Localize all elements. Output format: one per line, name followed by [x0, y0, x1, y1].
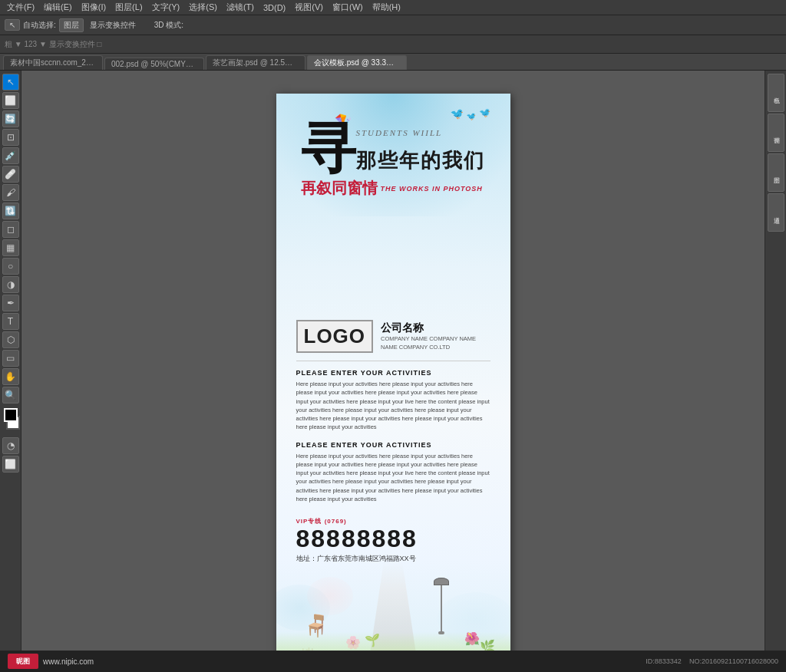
poster-content: 🐦 🐦 🐦 🪁 寻 STUDENTS WIILL 那些年的我们 再叙同窗情 — [276, 94, 510, 576]
menu-help[interactable]: 帮助(H) — [368, 2, 405, 13]
menu-layer[interactable]: 图层(L) — [111, 2, 146, 13]
bird-1: 🐦 — [451, 107, 464, 120]
company-name-cn: 公司名称 — [381, 321, 476, 335]
activity1-body: Here please input your activities here p… — [296, 380, 490, 432]
poster-header: 🐦 🐦 🐦 🪁 寻 STUDENTS WIILL 那些年的我们 再叙同窗情 — [289, 101, 498, 209]
eraser-tool[interactable]: ◻ — [2, 221, 19, 238]
text-tool[interactable]: T — [2, 313, 19, 330]
activity1-title: PLEASE ENTER YOUR ACTIVITIES — [296, 369, 490, 377]
channel-panel-btn[interactable]: 通道 — [768, 193, 784, 232]
fg-color[interactable] — [4, 408, 18, 422]
logo-section: LOGO 公司名称 COMPANY NAME COMPANY NAME NAME… — [289, 320, 498, 353]
move-tool[interactable]: ↖ — [2, 74, 19, 91]
poster-divider-1 — [296, 361, 490, 361]
menu-view[interactable]: 视图(V) — [291, 2, 327, 13]
tab-3-active[interactable]: 会议模板.psd @ 33.3%(RGB/8) * — [307, 55, 407, 70]
logo-box: LOGO — [296, 320, 374, 353]
re-xu-line: 再叙同窗情 THE WORKS IN PHOTOSH — [301, 178, 483, 199]
activity2-title: PLEASE ENTER YOUR ACTIVITIES — [296, 441, 490, 449]
quick-mask-tool[interactable]: ◔ — [2, 437, 19, 454]
phone-section: VIP专线 (0769) 88888888 地址：广东省东莞市南城区鸿福路XX号 — [289, 512, 498, 568]
right-panels: 色板 调整 图层 通道 — [765, 71, 786, 657]
lasso-tool[interactable]: 🔄 — [2, 110, 19, 127]
watercolor-blob-3 — [307, 577, 353, 615]
pen-tool[interactable]: ✒ — [2, 295, 19, 311]
tab-0[interactable]: 素材中国sccnn.com_2016...psd @ 8.33%(CMYK/8#… — [3, 55, 103, 70]
poster-document: 🪑 🪑 🌸 🌿 🌺 🌱 🐦 🐦 🐦 — [276, 94, 510, 657]
site-id: ID:8833342 NO:20160921100716028000 — [646, 657, 778, 665]
site-logo-img: 昵图 — [8, 654, 38, 669]
bird-3: 🐦 — [479, 107, 490, 120]
activity2-body: Here please input your activities here p… — [296, 452, 490, 504]
path-tool[interactable]: ⬡ — [2, 331, 19, 348]
menu-image[interactable]: 图像(I) — [78, 2, 110, 13]
show-transform-label: 显示变换控件 — [90, 20, 136, 31]
adjust-panel-btn[interactable]: 调整 — [768, 114, 784, 152]
screen-mode-tool[interactable]: ⬜ — [2, 456, 19, 473]
move-tool-btn[interactable]: ↖ — [5, 19, 20, 31]
site-name: www.nipic.com — [43, 657, 94, 666]
company-name-en2: NAME COMPANY CO.LTD — [381, 344, 476, 352]
toolbar-top: ↖ 自动选择: 图层 显示变换控件 3D 模式: — [0, 15, 786, 35]
lamp-post — [434, 578, 449, 634]
menu-3d[interactable]: 3D(D) — [259, 3, 289, 12]
brush-tool[interactable]: 🖌 — [2, 184, 19, 201]
auto-select-label: 自动选择: — [23, 20, 56, 31]
menu-window[interactable]: 窗口(W) — [329, 2, 367, 13]
select-rect-tool[interactable]: ⬜ — [2, 92, 19, 109]
site-logo: 昵图 www.nipic.com — [8, 654, 94, 669]
zoom-tool[interactable]: 🔍 — [2, 387, 19, 404]
tab-2[interactable]: 茶艺画架.psd @ 12.5%(CMYK/8) × — [206, 55, 305, 70]
bird-2: 🐦 — [467, 112, 476, 120]
site-watermark: 昵图 www.nipic.com ID:8833342 NO:201609211… — [0, 651, 786, 672]
menu-bar: 文件(F) 编辑(E) 图像(I) 图层(L) 文字(Y) 选择(S) 滤镜(T… — [0, 0, 786, 15]
mode-3d-label: 3D 模式: — [154, 20, 183, 31]
menu-edit[interactable]: 编辑(E) — [40, 2, 76, 13]
menu-file[interactable]: 文件(F) — [3, 2, 38, 13]
document-tabs: 素材中国sccnn.com_2016...psd @ 8.33%(CMYK/8#… — [0, 54, 786, 71]
menu-text[interactable]: 文字(Y) — [148, 2, 184, 13]
canvas-area: 🪑 🪑 🌸 🌿 🌺 🌱 🐦 🐦 🐦 — [21, 71, 765, 657]
phone-number: 88888888 — [296, 525, 490, 552]
poster-birds: 🐦 🐦 🐦 — [451, 107, 490, 120]
dodge-tool[interactable]: ◑ — [2, 276, 19, 293]
left-toolbox: ↖ ⬜ 🔄 ⊡ 💉 🩹 🖌 🔃 ◻ ▦ ○ ◑ ✒ T ⬡ ▭ ✋ 🔍 ◔ ⬜ — [0, 71, 21, 657]
clone-tool[interactable]: 🔃 — [2, 203, 19, 219]
hand-tool[interactable]: ✋ — [2, 368, 19, 385]
shape-tool[interactable]: ▭ — [2, 350, 19, 367]
main-area: ↖ ⬜ 🔄 ⊡ 💉 🩹 🖌 🔃 ◻ ▦ ○ ◑ ✒ T ⬡ ▭ ✋ 🔍 ◔ ⬜ — [0, 71, 786, 657]
tab-1[interactable]: 002.psd @ 50%(CMYK/8) × — [104, 58, 204, 70]
blur-tool[interactable]: ○ — [2, 258, 19, 275]
crop-tool[interactable]: ⊡ — [2, 129, 19, 146]
students-will-text: STUDENTS WIILL — [356, 128, 443, 137]
re-xu-en: THE WORKS IN PHOTOSH — [381, 185, 483, 193]
eyedropper-tool[interactable]: 💉 — [2, 147, 19, 164]
layer-select[interactable]: 图层 — [59, 18, 84, 32]
gradient-tool[interactable]: ▦ — [2, 239, 19, 256]
address-line: 地址：广东省东莞市南城区鸿福路XX号 — [296, 554, 490, 564]
company-name-en1: COMPANY NAME COMPANY NAME — [381, 335, 476, 344]
chinese-subtitle: 那些年的我们 — [356, 147, 485, 174]
activity-section-1: PLEASE ENTER YOUR ACTIVITIES Here please… — [289, 369, 498, 432]
company-info: 公司名称 COMPANY NAME COMPANY NAME NAME COMP… — [381, 321, 476, 351]
color-panel-btn[interactable]: 色板 — [768, 74, 784, 112]
options-info: 粗 ▼ 123 ▼ 显示变换控件 □ — [5, 39, 101, 50]
menu-filter[interactable]: 滤镜(T) — [223, 2, 258, 13]
layer-panel-btn[interactable]: 图层 — [768, 153, 784, 192]
options-bar: 粗 ▼ 123 ▼ 显示变换控件 □ — [0, 35, 786, 54]
activity-section-2: PLEASE ENTER YOUR ACTIVITIES Here please… — [289, 441, 498, 504]
big-chinese-char: 寻 — [301, 120, 356, 176]
re-xu-cn: 再叙同窗情 — [301, 178, 378, 199]
heal-tool[interactable]: 🩹 — [2, 166, 19, 183]
lamp-head — [434, 578, 449, 585]
lamp-pole — [441, 585, 442, 631]
menu-select[interactable]: 选择(S) — [185, 2, 221, 13]
